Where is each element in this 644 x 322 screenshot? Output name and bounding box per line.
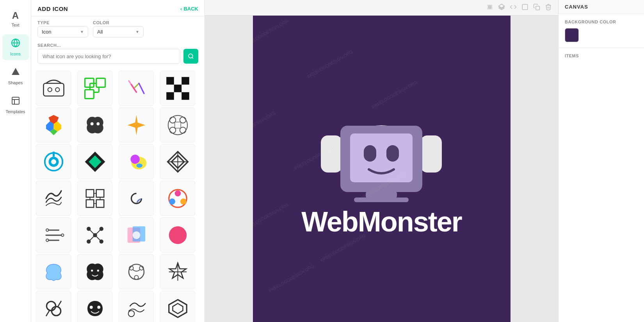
svg-point-98	[128, 310, 134, 317]
back-button[interactable]: ‹ BACK	[180, 6, 198, 12]
svg-rect-21	[166, 92, 174, 100]
svg-rect-20	[181, 77, 189, 85]
filters-row: TYPE Icon All ▼ COLOR All Colorful Black…	[31, 16, 205, 41]
icon-cell-4[interactable]	[160, 71, 195, 106]
icon-cell-25[interactable]	[36, 291, 71, 322]
icon-cell-24[interactable]	[160, 254, 195, 289]
svg-rect-120	[354, 197, 409, 202]
webmonster-illustration	[315, 102, 448, 212]
svg-point-68	[46, 229, 49, 231]
type-select-input[interactable]: Icon All	[42, 29, 78, 35]
svg-point-83	[169, 226, 187, 244]
type-filter-group: TYPE Icon All ▼	[37, 20, 88, 37]
icon-cell-1[interactable]	[36, 71, 71, 106]
svg-rect-113	[321, 135, 342, 173]
icon-cell-27[interactable]	[119, 291, 154, 322]
search-icon	[188, 53, 194, 59]
bg-color-label: BACKGROUND COLOR	[565, 20, 638, 24]
svg-line-95	[57, 301, 61, 307]
svg-point-70	[46, 239, 49, 242]
svg-rect-22	[181, 92, 189, 100]
type-filter-label: TYPE	[37, 20, 88, 25]
canvas-area: FREELOGODESIGN.ORG FREELOGODESIGN.ORG FR…	[205, 0, 558, 322]
delete-icon[interactable]	[545, 4, 552, 12]
frame-icon[interactable]	[521, 4, 528, 12]
icon-cell-26[interactable]	[77, 291, 112, 322]
svg-point-10	[55, 87, 59, 91]
svg-point-9	[48, 87, 52, 91]
search-button[interactable]	[183, 49, 198, 64]
brand-text: WebMonster	[301, 208, 462, 236]
svg-rect-119	[366, 191, 397, 198]
icon-cell-19[interactable]	[119, 217, 154, 253]
svg-point-86	[129, 264, 144, 279]
icon-cell-17[interactable]	[36, 217, 71, 253]
svg-rect-43	[52, 151, 54, 157]
svg-rect-53	[86, 189, 94, 197]
icon-cell-21[interactable]	[36, 254, 71, 289]
svg-point-48	[136, 164, 142, 167]
color-filter-label: COLOR	[93, 20, 144, 25]
icon-cell-18[interactable]	[77, 217, 112, 253]
icon-cell-12[interactable]	[160, 144, 195, 179]
svg-line-76	[89, 229, 95, 235]
items-section: ITEMS	[559, 48, 644, 68]
right-panel-header: CANVAS	[559, 0, 644, 14]
svg-line-77	[95, 229, 101, 235]
svg-point-89	[134, 275, 138, 279]
color-select-input[interactable]: All Colorful Black	[97, 29, 133, 35]
icon-cell-2[interactable]	[77, 71, 112, 106]
svg-line-94	[46, 310, 50, 316]
copy-icon[interactable]	[533, 4, 540, 12]
svg-rect-118	[386, 145, 399, 162]
sidebar-item-shapes[interactable]: Shapes	[2, 63, 29, 89]
shapes-icon	[11, 67, 20, 79]
icon-cell-3[interactable]	[119, 71, 154, 106]
icon-cell-28[interactable]	[160, 291, 195, 322]
icon-grid	[36, 71, 200, 322]
svg-rect-114	[420, 135, 442, 173]
text-icon: A	[12, 10, 19, 21]
icon-cell-20[interactable]	[160, 217, 195, 253]
search-input[interactable]	[37, 49, 180, 64]
templates-icon	[11, 96, 20, 108]
icon-cell-22[interactable]	[77, 254, 112, 289]
icon-cell-15[interactable]	[119, 181, 154, 216]
canvas-content: FREELOGODESIGN.ORG FREELOGODESIGN.ORG FR…	[253, 16, 511, 322]
icon-cell-8[interactable]	[160, 107, 195, 142]
sidebar-item-icons[interactable]: Icons	[2, 34, 29, 60]
sidebar-item-shapes-label: Shapes	[8, 80, 23, 85]
svg-marker-30	[127, 115, 145, 135]
svg-line-16	[134, 83, 139, 88]
sidebar-item-templates[interactable]: Templates	[2, 92, 29, 118]
svg-point-85	[97, 269, 99, 271]
svg-rect-55	[86, 199, 94, 207]
icon-cell-6[interactable]	[77, 107, 112, 142]
svg-line-7	[192, 57, 193, 59]
svg-point-64	[169, 198, 175, 205]
svg-point-63	[180, 198, 187, 205]
sidebar-item-text[interactable]: A Text	[2, 6, 29, 31]
svg-point-82	[132, 231, 140, 239]
icon-cell-13[interactable]	[36, 181, 71, 216]
icon-cell-7[interactable]	[119, 107, 154, 142]
icon-cell-14[interactable]	[77, 181, 112, 216]
svg-point-42	[51, 159, 56, 164]
items-label: ITEMS	[565, 53, 638, 58]
code-icon[interactable]	[510, 4, 517, 12]
layers-icon[interactable]	[498, 4, 505, 12]
svg-point-97	[97, 306, 100, 309]
align-icon[interactable]	[486, 4, 493, 12]
icon-cell-23[interactable]	[119, 254, 154, 289]
icon-cell-16[interactable]	[160, 181, 195, 216]
icon-cell-9[interactable]	[36, 144, 71, 179]
sidebar-item-templates-label: Templates	[5, 109, 25, 114]
bg-color-swatch[interactable]	[565, 28, 579, 42]
globe-icon	[11, 38, 20, 50]
color-select[interactable]: All Colorful Black ▼	[93, 26, 144, 37]
icon-cell-10[interactable]	[77, 144, 112, 179]
color-chevron-icon: ▼	[135, 30, 139, 34]
icon-cell-11[interactable]	[119, 144, 154, 179]
icon-cell-5[interactable]	[36, 107, 71, 142]
type-select[interactable]: Icon All ▼	[37, 26, 88, 37]
